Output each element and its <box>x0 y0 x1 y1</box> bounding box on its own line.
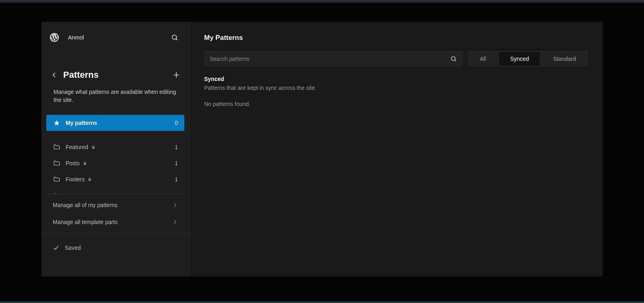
sidebar-item-label: Footers <box>66 176 85 183</box>
manage-all-template-parts[interactable]: Manage all template parts <box>46 214 184 230</box>
check-icon <box>53 245 59 251</box>
browser-chrome-bottom <box>0 301 644 303</box>
sidebar-item-count: 1 <box>175 144 178 150</box>
sidebar-item-cutoff[interactable] <box>46 187 184 194</box>
save-status[interactable]: Saved <box>41 233 189 262</box>
sidebar-description: Manage what patterns are available when … <box>41 82 189 104</box>
folder-icon <box>53 160 61 167</box>
chevron-right-icon <box>172 219 178 225</box>
manage-link-label: Manage all template parts <box>53 219 118 225</box>
sync-filter-segmented: All Synced Standard <box>468 51 588 67</box>
lock-icon <box>88 177 92 181</box>
svg-line-7 <box>455 60 456 61</box>
sidebar-theme-categories: Featured 1 Posts 1 <box>41 139 189 194</box>
wordpress-logo-icon[interactable] <box>50 33 59 42</box>
app-frame: Anmol Patterns Manage what patterns are … <box>41 22 603 276</box>
back-button[interactable] <box>47 68 62 82</box>
svg-line-3 <box>176 39 178 40</box>
lock-icon <box>91 145 95 149</box>
open-command-palette-button[interactable] <box>168 31 181 44</box>
sidebar-item-count: 0 <box>175 120 178 126</box>
filter-all[interactable]: All <box>468 51 498 67</box>
sidebar-item-footers[interactable]: Footers 1 <box>46 171 184 187</box>
sidebar-item-my-patterns[interactable]: My patterns 0 <box>46 115 184 131</box>
sidebar-item-label: Featured <box>66 144 88 150</box>
sidebar-header: Anmol <box>41 22 189 46</box>
manage-all-my-patterns[interactable]: Manage all of my patterns <box>46 197 184 214</box>
page-title: My Patterns <box>204 34 588 42</box>
lock-icon <box>83 161 87 165</box>
sidebar-title: Patterns <box>63 70 99 80</box>
sidebar-item-count: 1 <box>175 160 178 166</box>
svg-point-2 <box>172 35 177 39</box>
star-icon <box>53 120 61 126</box>
filter-standard[interactable]: Standard <box>541 51 588 67</box>
svg-point-6 <box>451 56 455 60</box>
filter-synced[interactable]: Synced <box>499 52 540 66</box>
sidebar-manage-links: Manage all of my patterns Manage all tem… <box>41 194 189 233</box>
sidebar-title-row: Patterns <box>41 68 189 82</box>
search-input[interactable] <box>210 56 450 62</box>
sidebar: Anmol Patterns Manage what patterns are … <box>41 22 190 276</box>
section-description: Patterns that are kept in sync across th… <box>204 85 588 91</box>
chevron-right-icon <box>172 202 178 208</box>
sidebar-item-count: 1 <box>175 176 178 183</box>
section-heading: Synced <box>204 76 588 82</box>
search-patterns-box[interactable] <box>204 51 463 67</box>
sidebar-item-label: Posts <box>66 160 80 166</box>
manage-link-label: Manage all of my patterns <box>53 202 118 208</box>
sidebar-item-featured[interactable]: Featured 1 <box>46 139 184 155</box>
site-name[interactable]: Anmol <box>68 34 84 41</box>
empty-state-text: No patterns found. <box>204 101 588 107</box>
browser-chrome-top <box>0 0 644 3</box>
main-content: My Patterns All Synced Standard Synced P… <box>190 22 603 276</box>
folder-icon <box>53 143 61 151</box>
sidebar-item-label: My patterns <box>66 120 97 126</box>
create-pattern-button[interactable] <box>169 68 184 82</box>
search-icon <box>450 55 457 62</box>
folder-icon <box>53 176 61 183</box>
folder-icon <box>53 192 61 194</box>
save-status-label: Saved <box>65 245 81 251</box>
controls-row: All Synced Standard <box>204 51 588 67</box>
viewport: Anmol Patterns Manage what patterns are … <box>0 3 644 301</box>
sidebar-item-posts[interactable]: Posts 1 <box>46 155 184 171</box>
sidebar-category-list: My patterns 0 <box>41 115 189 131</box>
